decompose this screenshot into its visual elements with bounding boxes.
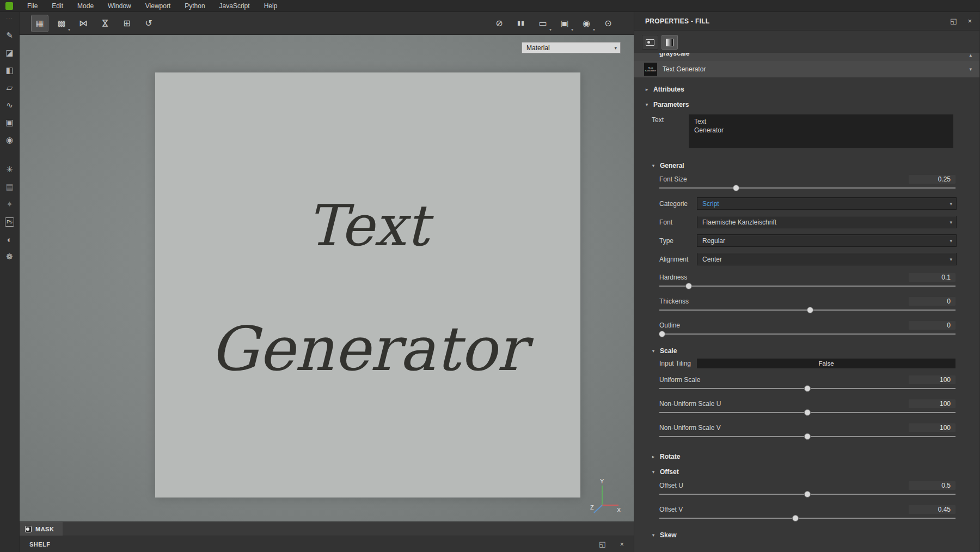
visibility-off-button[interactable]: ⊘ xyxy=(491,15,507,32)
eraser-tool-icon[interactable]: ◪ xyxy=(3,46,16,59)
attributes-section-header[interactable]: ▸ Attributes xyxy=(634,82,979,97)
slider-track xyxy=(659,518,955,519)
hardness-slider[interactable] xyxy=(659,282,955,290)
material-picker-tool-icon[interactable]: ◉ xyxy=(3,134,16,147)
offset-section-header[interactable]: ▾ Offset xyxy=(634,464,979,480)
nonuniform-scale-v-value[interactable]: 100 xyxy=(909,423,955,432)
slider-handle[interactable] xyxy=(659,331,665,337)
offset-u-slider[interactable] xyxy=(659,490,955,499)
outline-value[interactable]: 0 xyxy=(909,321,955,330)
menu-window[interactable]: Window xyxy=(108,2,131,10)
menu-help[interactable]: Help xyxy=(264,2,278,10)
projection-tool-icon[interactable]: ◧ xyxy=(3,64,16,77)
smudge-tool-icon[interactable]: ∿ xyxy=(3,99,16,112)
nonuniform-scale-u-slider[interactable] xyxy=(659,408,955,417)
mask-icon xyxy=(25,526,32,532)
grid-settings-button[interactable]: ▩▾ xyxy=(53,15,70,32)
screenshot-button[interactable]: ⊙ xyxy=(600,15,616,32)
hardness-label: Hardness xyxy=(659,274,687,281)
font-size-value[interactable]: 0.25 xyxy=(909,175,955,184)
slider-handle[interactable] xyxy=(792,515,799,521)
reset-history-button[interactable]: ↺ xyxy=(140,15,157,32)
chevron-down-icon: ▾ xyxy=(593,27,595,32)
shelf-close-button[interactable]: × xyxy=(620,540,624,548)
plugin-gear-icon[interactable]: ✳ xyxy=(3,163,16,176)
offset-v-row: Offset V 0.45 xyxy=(659,505,955,523)
material-mode-button[interactable] xyxy=(642,35,658,50)
nonuniform-scale-u-label: Non-Uniform Scale U xyxy=(659,400,721,408)
scale-section-header[interactable]: ▾ Scale xyxy=(634,343,979,359)
hardness-value[interactable]: 0.1 xyxy=(909,273,955,282)
nonuniform-scale-v-row: Non-Uniform Scale V 100 xyxy=(659,423,955,441)
geometry-mode-button[interactable]: ▣▾ xyxy=(556,15,573,32)
alignment-dropdown[interactable]: Center ▾ xyxy=(697,253,957,265)
skew-section-header[interactable]: ▾ Skew xyxy=(634,527,979,543)
add-frame-button[interactable]: ⊞ xyxy=(119,15,135,32)
slider-handle[interactable] xyxy=(804,409,811,416)
display-mode-button[interactable]: ▭▾ xyxy=(535,15,551,32)
svg-text:Z: Z xyxy=(590,504,594,511)
categorie-dropdown[interactable]: Script ▾ xyxy=(697,197,957,210)
chevron-down-icon: ▾ xyxy=(644,102,650,107)
general-section-header[interactable]: ▾ General xyxy=(634,158,979,173)
menu-javascript[interactable]: JavaScript xyxy=(219,2,250,10)
outline-slider[interactable] xyxy=(659,330,955,338)
plugin-sphere-icon[interactable]: ◐ xyxy=(3,233,16,246)
shelf-detach-button[interactable]: ◱ xyxy=(599,540,605,548)
symmetry-button[interactable]: ▦ xyxy=(32,15,48,32)
resource-list-clipped-row[interactable]: grayscale ▴ xyxy=(634,53,979,61)
texture-canvas[interactable]: Text Generator xyxy=(155,72,580,498)
pause-engine-button[interactable]: ▮▮ xyxy=(513,15,529,32)
slider-handle[interactable] xyxy=(804,433,811,440)
mask-tab[interactable]: MASK xyxy=(20,522,63,536)
nonuniform-scale-u-value[interactable]: 100 xyxy=(909,399,955,408)
chevron-down-icon: ▾ xyxy=(571,27,573,32)
properties-detach-button[interactable]: ◱ xyxy=(950,17,957,25)
mirror-vertical-icon: ⋈ xyxy=(100,19,111,28)
plugin-bake-icon[interactable]: ▤ xyxy=(3,180,16,193)
thickenss-slider[interactable] xyxy=(659,306,955,314)
type-dropdown[interactable]: Regular ▾ xyxy=(697,234,957,247)
slider-handle[interactable] xyxy=(807,307,813,313)
photoshop-plugin-icon[interactable]: Ps xyxy=(3,215,16,228)
grayscale-mode-button[interactable] xyxy=(661,35,678,50)
mirror-vertical-button[interactable]: ⋈ xyxy=(97,15,113,32)
menu-viewport[interactable]: Viewport xyxy=(145,2,170,10)
font-dropdown[interactable]: Flaemische Kanzleischrift ▾ xyxy=(697,216,957,228)
clone-tool-icon[interactable]: ▣ xyxy=(3,116,16,129)
type-row: Type Regular ▾ xyxy=(659,234,957,247)
parameters-section-header[interactable]: ▾ Parameters xyxy=(634,97,979,112)
nonuniform-scale-v-slider[interactable] xyxy=(659,432,955,441)
parameters-section-title: Parameters xyxy=(653,101,689,108)
plugin-export-icon[interactable]: ✦ xyxy=(3,198,16,211)
polygon-fill-tool-icon[interactable]: ▱ xyxy=(3,81,16,94)
slider-handle[interactable] xyxy=(804,385,811,392)
menu-python[interactable]: Python xyxy=(185,2,205,10)
text-parameter-input[interactable]: Text Generator xyxy=(689,114,953,148)
slider-handle[interactable] xyxy=(733,185,739,191)
resource-selector[interactable]: Text Generator Text Generator ▾ xyxy=(634,61,979,77)
uniform-scale-slider[interactable] xyxy=(659,384,955,393)
slider-handle[interactable] xyxy=(804,491,811,498)
mirror-horizontal-button[interactable]: ⋈ xyxy=(75,15,91,32)
viewport-3d[interactable]: Material ▾ Text Generator Y X Z xyxy=(20,35,634,521)
offset-v-slider[interactable] xyxy=(659,514,955,523)
viewport-display-dropdown[interactable]: Material ▾ xyxy=(522,42,621,53)
properties-close-button[interactable]: × xyxy=(967,17,972,25)
thickenss-value[interactable]: 0 xyxy=(909,297,955,306)
paint-brush-tool-icon[interactable]: ✎ xyxy=(3,29,16,42)
slider-handle[interactable] xyxy=(685,283,692,289)
camera-mode-button[interactable]: ◉▾ xyxy=(578,15,595,32)
font-size-slider[interactable] xyxy=(659,184,955,192)
offset-u-value[interactable]: 0.5 xyxy=(909,481,955,490)
menu-edit[interactable]: Edit xyxy=(52,2,63,10)
uniform-scale-value[interactable]: 100 xyxy=(909,375,955,384)
offset-v-value[interactable]: 0.45 xyxy=(909,505,955,514)
menu-mode[interactable]: Mode xyxy=(77,2,94,10)
plugin-share-icon[interactable]: ❁ xyxy=(3,250,16,263)
grayscale-gradient-icon xyxy=(666,39,673,46)
menu-file[interactable]: File xyxy=(27,2,38,10)
offset-section-title: Offset xyxy=(660,468,679,476)
rotate-section-header[interactable]: ▸ Rotate xyxy=(634,449,979,464)
input-tiling-toggle[interactable]: False xyxy=(697,359,955,368)
